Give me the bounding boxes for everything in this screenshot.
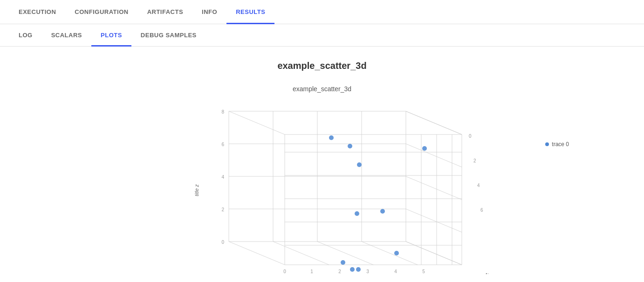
tab-scalars[interactable]: SCALARS <box>42 24 91 46</box>
svg-text:5: 5 <box>422 269 425 274</box>
tab-artifacts[interactable]: ARTIFACTS <box>138 0 192 24</box>
main-content: example_scatter_3d example_scatter_3d <box>0 47 644 282</box>
svg-point-60 <box>356 267 361 272</box>
svg-text:title x: title x <box>484 271 497 274</box>
svg-text:0: 0 <box>469 134 472 139</box>
svg-point-51 <box>329 135 334 140</box>
svg-point-59 <box>350 267 355 272</box>
svg-text:4: 4 <box>477 183 480 188</box>
svg-text:4: 4 <box>221 175 224 180</box>
svg-text:6: 6 <box>480 208 483 213</box>
svg-line-22 <box>406 209 462 232</box>
svg-text:4: 4 <box>394 269 397 274</box>
svg-point-58 <box>341 260 345 265</box>
svg-point-53 <box>357 162 362 167</box>
svg-text:1: 1 <box>310 269 313 274</box>
tab-log[interactable]: LOG <box>9 24 42 46</box>
svg-text:0: 0 <box>221 240 224 245</box>
tab-plots[interactable]: PLOTS <box>91 24 131 46</box>
svg-text:2: 2 <box>221 207 224 212</box>
svg-text:2: 2 <box>473 158 476 163</box>
svg-text:6: 6 <box>221 142 224 147</box>
svg-text:title z: title z <box>194 184 199 196</box>
svg-text:8: 8 <box>221 109 224 114</box>
svg-text:3: 3 <box>366 269 369 274</box>
svg-line-10 <box>229 111 285 134</box>
svg-line-27 <box>317 242 373 265</box>
svg-text:2: 2 <box>338 269 341 274</box>
chart-title: example_scatter_3d <box>277 60 366 71</box>
legend-label: trace 0 <box>552 141 569 148</box>
svg-point-56 <box>422 146 427 151</box>
tab-results[interactable]: RESULTS <box>226 0 274 24</box>
chart-legend: trace 0 <box>545 141 569 148</box>
svg-point-54 <box>355 211 359 216</box>
svg-line-20 <box>406 144 462 167</box>
svg-line-26 <box>273 242 329 265</box>
legend-dot <box>545 142 549 146</box>
top-navigation: EXECUTION CONFIGURATION ARTIFACTS INFO R… <box>0 0 644 24</box>
svg-line-28 <box>362 242 418 265</box>
svg-point-55 <box>380 209 385 214</box>
chart-inner-title: example_scatter_3d <box>112 85 532 93</box>
svg-line-8 <box>406 242 462 265</box>
svg-line-21 <box>406 176 462 200</box>
svg-point-52 <box>348 144 352 148</box>
tab-execution[interactable]: EXECUTION <box>9 0 65 24</box>
svg-line-11 <box>406 111 462 134</box>
svg-point-57 <box>394 251 399 255</box>
second-navigation: LOG SCALARS PLOTS DEBUG SAMPLES <box>0 24 644 47</box>
tab-debug-samples[interactable]: DEBUG SAMPLES <box>131 24 206 46</box>
tab-configuration[interactable]: CONFIGURATION <box>65 0 137 24</box>
svg-line-7 <box>229 242 285 265</box>
tab-info[interactable]: INFO <box>192 0 226 24</box>
scatter-3d-plot[interactable]: title z title x 8 6 4 2 0 0 2 4 6 0 1 2 … <box>136 97 508 274</box>
svg-text:0: 0 <box>283 269 286 274</box>
